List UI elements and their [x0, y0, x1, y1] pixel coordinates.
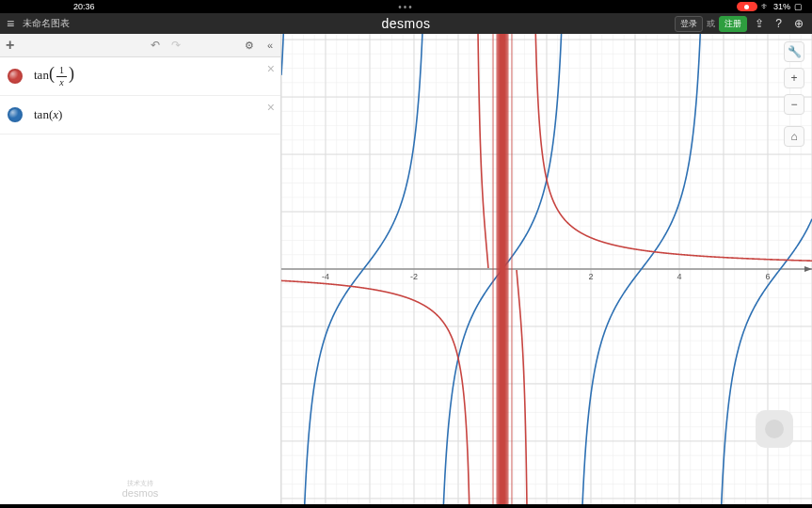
assistive-touch-icon[interactable]	[756, 410, 793, 448]
redo-button[interactable]: ↷	[171, 39, 181, 52]
home-button[interactable]: ⌂	[784, 126, 804, 147]
app-bar: ≡ 未命名图表 desmos 登录 或 注册 ⇪ ? ⊕	[0, 13, 812, 34]
graph-title[interactable]: 未命名图表	[23, 17, 70, 30]
graph-settings-button[interactable]: 🔧	[784, 41, 804, 62]
brand-logo: desmos	[381, 16, 430, 31]
zoom-out-button[interactable]: −	[784, 94, 804, 115]
expression-formula[interactable]: tan(1x)	[34, 64, 74, 88]
undo-button[interactable]: ↶	[151, 39, 160, 52]
svg-rect-230	[501, 34, 504, 504]
expression-row[interactable]: tan(x) ×	[0, 96, 280, 135]
add-expression-button[interactable]: +	[6, 37, 14, 54]
or-label: 或	[707, 18, 715, 30]
share-icon[interactable]: ⇪	[751, 16, 767, 32]
svg-text:6: 6	[765, 272, 770, 281]
expression-row[interactable]: tan(1x) ×	[0, 57, 280, 96]
delete-expression-icon[interactable]: ×	[267, 61, 275, 76]
color-chip-icon[interactable]	[8, 107, 23, 122]
help-icon[interactable]: ?	[771, 16, 787, 32]
svg-text:4: 4	[677, 272, 681, 281]
panel-footer-brand: 技术支持 desmos	[0, 480, 280, 499]
battery-level: 31%	[773, 2, 790, 11]
expression-panel: + ↶ ↷ ⚙ « tan(1x) × tan(x) ×	[0, 34, 281, 504]
status-dots: •••	[398, 2, 414, 12]
status-time: 20:36	[73, 2, 95, 11]
login-button[interactable]: 登录	[675, 16, 703, 32]
language-icon[interactable]: ⊕	[790, 16, 806, 32]
zoom-in-button[interactable]: +	[784, 68, 804, 88]
delete-expression-icon[interactable]: ×	[267, 100, 275, 115]
hamburger-menu-icon[interactable]: ≡	[0, 16, 21, 31]
plot-svg: -4-2246	[281, 34, 812, 504]
status-bar: 20:36 ••• ᯤ 31% ▢	[0, 0, 812, 13]
color-chip-icon[interactable]	[8, 69, 23, 84]
expression-formula[interactable]: tan(x)	[34, 107, 62, 122]
register-button[interactable]: 注册	[719, 16, 747, 32]
svg-marker-106	[804, 266, 812, 272]
wifi-icon: ᯤ	[761, 2, 770, 11]
panel-toolbar: + ↶ ↷ ⚙ «	[0, 34, 280, 57]
svg-text:2: 2	[588, 272, 593, 281]
svg-text:-4: -4	[322, 272, 329, 281]
battery-icon: ▢	[794, 2, 803, 11]
settings-icon[interactable]: ⚙	[245, 40, 254, 52]
svg-text:-2: -2	[410, 272, 418, 281]
collapse-panel-icon[interactable]: «	[267, 40, 273, 51]
screen-record-indicator	[737, 2, 757, 11]
graph-canvas[interactable]: -4-2246 🔧 + − ⌂	[281, 34, 812, 504]
